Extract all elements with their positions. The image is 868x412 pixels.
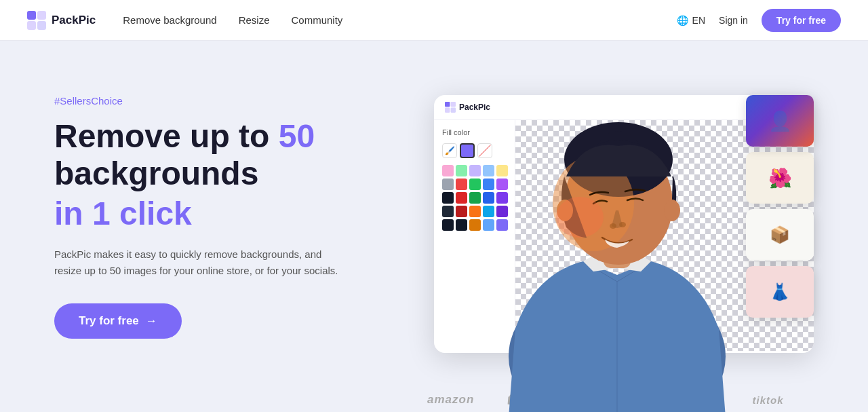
globe-icon: 🌐 [677, 15, 688, 26]
logo-text: PackPic [52, 14, 96, 27]
hero-left: #SellersChoice Remove up to 50 backgroun… [54, 81, 393, 339]
person-illustration [448, 71, 787, 412]
hero-subline: in 1 click [54, 195, 393, 232]
nav-remove-background[interactable]: Remove background [123, 14, 216, 26]
logo[interactable]: PackPic [27, 11, 96, 30]
headline-part1: Remove up to [54, 118, 279, 154]
svg-point-18 [556, 197, 604, 238]
navbar: PackPic Remove background Resize Communi… [0, 0, 868, 41]
hero-description: PackPic makes it easy to quickly remove … [54, 246, 339, 279]
hashtag-label: #SellersChoice [54, 95, 393, 107]
cta-label: Try for free [79, 314, 139, 328]
svg-point-16 [610, 223, 616, 229]
language-selector[interactable]: 🌐 EN [677, 15, 705, 26]
nav-right: 🌐 EN Sign in Try for free [677, 9, 841, 32]
hero-right: PackPic Fill color 🖌️ [393, 81, 814, 412]
sign-in-button[interactable]: Sign in [719, 15, 748, 26]
svg-rect-1 [37, 11, 46, 20]
nav-community[interactable]: Community [292, 14, 343, 26]
person-photo [448, 71, 787, 412]
headline-number: 50 [279, 118, 315, 154]
cta-try-free-button[interactable]: Try for free → [54, 303, 182, 339]
try-free-nav-button[interactable]: Try for free [762, 9, 841, 32]
cta-arrow-icon: → [146, 314, 157, 328]
svg-point-14 [664, 200, 680, 221]
svg-rect-3 [37, 21, 46, 30]
svg-rect-0 [27, 11, 36, 20]
nav-links: Remove background Resize Community [123, 14, 676, 26]
hero-section: #SellersChoice Remove up to 50 backgroun… [0, 41, 868, 412]
nav-resize[interactable]: Resize [239, 14, 270, 26]
headline-part2: backgrounds [54, 155, 258, 191]
svg-rect-2 [27, 21, 36, 30]
hero-headline: Remove up to 50 backgrounds [54, 117, 393, 192]
svg-point-17 [619, 222, 626, 227]
lang-label: EN [692, 15, 705, 26]
logo-icon [27, 11, 46, 30]
